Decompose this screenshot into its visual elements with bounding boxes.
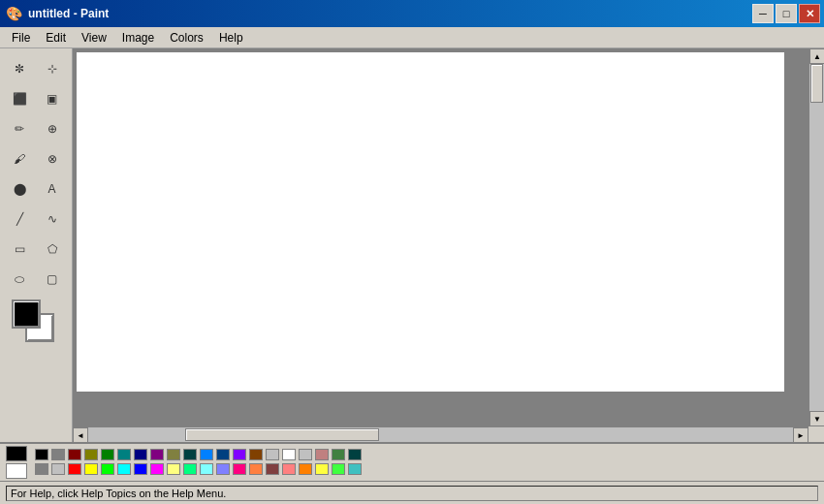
color-swatch-30[interactable] (200, 463, 213, 475)
color-swatch-26[interactable] (134, 463, 147, 475)
color-swatch-22[interactable] (68, 463, 81, 475)
color-swatch-33[interactable] (249, 463, 263, 475)
status-bar: For Help, click Help Topics on the Help … (0, 481, 824, 504)
color-swatch-6[interactable] (134, 449, 147, 460)
h-scroll-thumb[interactable] (185, 428, 379, 441)
color-bar (0, 442, 824, 481)
color-swatch-17[interactable] (315, 449, 329, 460)
minimize-button[interactable]: ─ (752, 4, 774, 23)
scroll-up-button[interactable]: ▲ (809, 48, 824, 64)
color-swatch-35[interactable] (282, 463, 296, 475)
active-foreground-color[interactable] (6, 446, 27, 461)
foreground-color-box[interactable] (12, 299, 41, 329)
color-swatch-24[interactable] (101, 463, 114, 475)
color-swatch-32[interactable] (233, 463, 246, 475)
color-swatch-34[interactable] (266, 463, 279, 475)
color-swatch-3[interactable] (84, 449, 98, 460)
status-text: For Help, click Help Topics on the Help … (6, 486, 818, 501)
main-area: ✼⊹⬛▣✏⊕🖌⊗⬤A╱∿▭⬠⬭▢ ▲ ▼ ◄ ► (0, 48, 824, 442)
menu-bar: FileEditViewImageColorsHelp (0, 27, 824, 48)
tool-color-preview (12, 299, 60, 353)
tool-rectangle[interactable]: ▭ (4, 235, 35, 264)
title-left: 🎨 untitled - Paint (6, 6, 109, 21)
menu-item-file[interactable]: File (4, 29, 38, 47)
color-swatch-15[interactable] (282, 449, 296, 460)
tool-rect-select[interactable]: ⊹ (37, 54, 68, 83)
menu-item-colors[interactable]: Colors (162, 29, 211, 47)
color-swatch-31[interactable] (216, 463, 230, 475)
tool-free-select[interactable]: ✼ (4, 54, 35, 83)
menu-item-view[interactable]: View (74, 29, 114, 47)
color-swatch-0[interactable] (35, 449, 48, 460)
color-swatch-2[interactable] (68, 449, 81, 460)
v-scroll-track (809, 64, 824, 411)
menu-items: FileEditViewImageColorsHelp (4, 29, 251, 47)
color-swatch-20[interactable] (35, 463, 48, 475)
color-swatches (35, 449, 364, 477)
color-swatch-5[interactable] (117, 449, 131, 460)
v-scroll-thumb[interactable] (810, 64, 823, 103)
tool-eraser[interactable]: ⬛ (4, 84, 35, 113)
canvas-container: ▲ ▼ ◄ ► (73, 48, 824, 442)
color-swatch-39[interactable] (348, 463, 362, 475)
tool-rounded-rect[interactable]: ▢ (37, 265, 68, 294)
scroll-right-button[interactable]: ► (793, 427, 808, 442)
tool-text[interactable]: A (37, 174, 68, 204)
maximize-button[interactable]: □ (776, 4, 797, 23)
scroll-corner (808, 426, 824, 442)
menu-item-image[interactable]: Image (114, 29, 162, 47)
color-swatch-16[interactable] (299, 449, 312, 460)
toolbox: ✼⊹⬛▣✏⊕🖌⊗⬤A╱∿▭⬠⬭▢ (0, 48, 73, 442)
tool-ellipse[interactable]: ⬭ (4, 265, 35, 294)
color-swatch-1[interactable] (51, 449, 65, 460)
close-button[interactable]: ✕ (799, 4, 820, 23)
color-swatch-12[interactable] (233, 449, 246, 460)
active-background-color[interactable] (6, 463, 27, 479)
vertical-scrollbar: ▲ ▼ (808, 48, 824, 426)
color-swatch-27[interactable] (150, 463, 164, 475)
color-swatch-36[interactable] (299, 463, 312, 475)
color-swatch-7[interactable] (150, 449, 164, 460)
scroll-down-button[interactable]: ▼ (809, 411, 824, 426)
h-scroll-track (88, 427, 793, 442)
tool-pencil[interactable]: ✏ (4, 114, 35, 143)
color-swatch-37[interactable] (315, 463, 329, 475)
scroll-left-button[interactable]: ◄ (73, 427, 88, 442)
color-swatch-10[interactable] (200, 449, 213, 460)
color-swatch-25[interactable] (117, 463, 131, 475)
tool-line[interactable]: ╱ (4, 205, 35, 234)
menu-item-edit[interactable]: Edit (38, 29, 74, 47)
color-swatch-38[interactable] (332, 463, 345, 475)
tools-grid: ✼⊹⬛▣✏⊕🖌⊗⬤A╱∿▭⬠⬭▢ (2, 52, 70, 296)
active-color-display (6, 446, 27, 479)
color-swatch-29[interactable] (183, 463, 197, 475)
tool-brush[interactable]: 🖌 (4, 144, 35, 173)
title-buttons: ─ □ ✕ (752, 4, 820, 23)
color-swatch-9[interactable] (183, 449, 197, 460)
tool-magnify[interactable]: ⊕ (37, 114, 68, 143)
color-swatch-19[interactable] (348, 449, 362, 460)
color-swatch-21[interactable] (51, 463, 65, 475)
title-bar: 🎨 untitled - Paint ─ □ ✕ (0, 0, 824, 27)
color-swatch-8[interactable] (167, 449, 180, 460)
color-swatch-4[interactable] (101, 449, 114, 460)
tool-airbrush[interactable]: ⊗ (37, 144, 68, 173)
color-swatch-23[interactable] (84, 463, 98, 475)
color-swatch-11[interactable] (216, 449, 230, 460)
horizontal-scrollbar: ◄ ► (73, 426, 808, 442)
color-swatch-14[interactable] (266, 449, 279, 460)
tool-paint-bucket[interactable]: ⬤ (4, 174, 35, 204)
color-swatch-13[interactable] (249, 449, 263, 460)
title-text: untitled - Paint (28, 7, 109, 20)
canvas-wrapper (73, 48, 808, 426)
color-swatch-28[interactable] (167, 463, 180, 475)
menu-item-help[interactable]: Help (211, 29, 251, 47)
tool-curve[interactable]: ∿ (37, 205, 68, 234)
app-icon: 🎨 (6, 6, 22, 21)
tool-polygon[interactable]: ⬠ (37, 235, 68, 264)
tool-fill[interactable]: ▣ (37, 84, 68, 113)
paint-canvas[interactable] (77, 52, 784, 392)
color-swatch-18[interactable] (332, 449, 345, 460)
